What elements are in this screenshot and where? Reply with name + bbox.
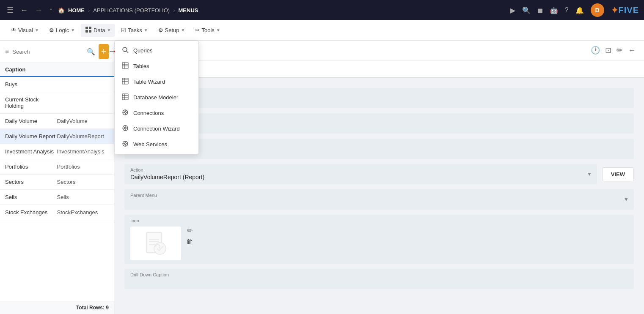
- item-caption: Current Stock Holding: [5, 96, 57, 109]
- dropdown-item-web-services[interactable]: Web Services: [115, 137, 198, 152]
- svg-point-40: [154, 243, 166, 254]
- data-label: Data: [94, 27, 105, 33]
- right-header-actions: 🕐 ⊡ ✏ ←: [591, 46, 636, 55]
- list-item[interactable]: Investment Analysis InvestmentAnalysis: [0, 144, 114, 159]
- queries-icon: [121, 46, 129, 55]
- list-item[interactable]: Buys: [0, 77, 114, 92]
- list-item-active[interactable]: Daily Volume Report DailyVolumeReport: [0, 129, 114, 144]
- list-item[interactable]: Portfolios Portfolios: [0, 159, 114, 175]
- view-button[interactable]: VIEW: [602, 167, 634, 181]
- caption-label: Caption *: [130, 91, 628, 96]
- dropdown-item-connections[interactable]: Connections: [115, 105, 198, 121]
- tools-label: Tools: [201, 27, 214, 33]
- bell-icon[interactable]: 🔔: [575, 6, 584, 14]
- dropdown-item-db-modeler[interactable]: Database Modeler: [115, 90, 198, 105]
- svg-point-19: [124, 112, 126, 113]
- tools-menu[interactable]: ✂ Tools ▼: [191, 25, 224, 36]
- avatar[interactable]: D: [591, 3, 604, 17]
- app-label[interactable]: APPLICATIONS (PORTFOLIO): [93, 7, 170, 14]
- svg-rect-3: [89, 30, 91, 33]
- setup-caret: ▼: [181, 28, 185, 33]
- logic-label: Logic: [56, 27, 69, 33]
- list-item[interactable]: Daily Volume DailyVolume: [0, 114, 114, 129]
- item-id: [57, 96, 109, 109]
- tools-caret: ▼: [216, 28, 220, 33]
- tables-label: Tables: [133, 63, 149, 69]
- bot-icon[interactable]: 🤖: [550, 6, 558, 14]
- data-caret: ▼: [107, 28, 111, 33]
- back-icon[interactable]: ←: [19, 4, 30, 16]
- list-item[interactable]: Sectors Sectors: [0, 175, 114, 190]
- setup-icon: ⚙: [158, 27, 163, 33]
- svg-rect-1: [89, 27, 91, 29]
- list-item[interactable]: Stock Exchanges StockExchanges: [0, 205, 114, 220]
- item-caption: Daily Volume Report: [5, 133, 57, 139]
- logic-caret: ▼: [71, 28, 75, 33]
- copy-icon[interactable]: ⊡: [605, 46, 611, 55]
- data-icon: [85, 26, 92, 34]
- data-menu[interactable]: Data ▼: [81, 24, 115, 37]
- dropdown-item-table-wizard[interactable]: Table Wizard: [115, 74, 198, 90]
- search-nav-icon[interactable]: 🔍: [522, 6, 531, 14]
- logic-icon: ⚙: [49, 27, 54, 33]
- item-id: Sells: [57, 194, 109, 200]
- item-id: DailyVolume: [57, 118, 109, 124]
- svg-rect-2: [85, 30, 88, 33]
- menu-order-field: Menu Order * 5: [124, 139, 634, 159]
- tasks-icon: ☑: [121, 27, 126, 33]
- search-magnifier-icon[interactable]: 🔍: [87, 48, 95, 56]
- menu-icon[interactable]: ☰: [5, 4, 15, 16]
- item-caption: Stock Exchanges: [5, 209, 57, 216]
- data-dropdown-menu: Queries Tables Table Wizard Database Mod…: [114, 41, 199, 154]
- sep2: ›: [173, 7, 175, 14]
- history-icon[interactable]: 🕐: [591, 46, 600, 55]
- parent-menu-field: Parent Menu ▼: [124, 189, 634, 210]
- svg-rect-10: [122, 78, 128, 84]
- dropdown-item-tables[interactable]: Tables: [115, 58, 198, 74]
- edit-icon[interactable]: ✏: [616, 46, 623, 55]
- action-dropdown-arrow: ▼: [587, 171, 592, 177]
- list-item[interactable]: Sells Sells: [0, 190, 114, 205]
- close-icon[interactable]: ←: [628, 46, 636, 55]
- play-icon[interactable]: ▶: [510, 6, 515, 14]
- current-label[interactable]: MENUS: [179, 7, 198, 14]
- add-button[interactable]: +: [99, 44, 109, 59]
- edit-icon-button[interactable]: ✏: [186, 227, 193, 235]
- list-item[interactable]: Current Stock Holding: [0, 92, 114, 114]
- icon-label: Icon: [130, 218, 628, 223]
- db-modeler-label: Database Modeler: [133, 94, 178, 101]
- home-label[interactable]: HOME: [68, 7, 85, 14]
- menu-id-label: Menu ID *: [130, 117, 628, 122]
- icon-display: [130, 227, 181, 260]
- connection-wizard-label: Connection Wizard: [133, 126, 180, 132]
- forward-icon[interactable]: →: [33, 4, 44, 16]
- item-caption: Daily Volume: [5, 118, 57, 124]
- help-icon[interactable]: ?: [565, 6, 569, 14]
- up-icon[interactable]: ↑: [47, 4, 55, 16]
- main-area: ≡ 🔍 + Caption Buys Current Stock Holding…: [0, 41, 644, 314]
- dropdown-item-queries[interactable]: Queries: [115, 43, 198, 58]
- svg-point-4: [123, 47, 127, 52]
- delete-icon-button[interactable]: 🗑: [186, 238, 193, 246]
- svg-point-25: [124, 127, 126, 129]
- visual-icon: 👁: [11, 27, 17, 33]
- connections-label: Connections: [133, 110, 164, 116]
- search-input[interactable]: [12, 49, 83, 55]
- item-id: Portfolios: [57, 164, 109, 170]
- parent-menu-arrow: ▼: [624, 197, 629, 202]
- breadcrumb: 🏠 HOME › APPLICATIONS (PORTFOLIO) › MENU…: [58, 7, 507, 14]
- report-icon: [143, 231, 168, 256]
- icon-field: Icon ✏: [124, 215, 634, 264]
- left-panel: ≡ 🔍 + Caption Buys Current Stock Holding…: [0, 41, 114, 314]
- toolbar: 👁 Visual ▼ ⚙ Logic ▼ Data ▼ ☑ Tasks ▼ ⚙ …: [0, 20, 644, 41]
- setup-menu[interactable]: ⚙ Setup ▼: [154, 25, 190, 36]
- logic-menu[interactable]: ⚙ Logic ▼: [45, 25, 79, 36]
- item-id: InvestmentAnalysis: [57, 148, 109, 155]
- dropdown-item-connection-wizard[interactable]: Connection Wizard: [115, 121, 198, 137]
- table-wizard-label: Table Wizard: [133, 79, 165, 85]
- stop-icon[interactable]: ◼: [537, 6, 543, 14]
- tasks-menu[interactable]: ☑ Tasks ▼: [117, 25, 152, 36]
- visual-menu[interactable]: 👁 Visual ▼: [7, 25, 43, 36]
- svg-rect-0: [85, 27, 88, 29]
- connections-icon: [121, 109, 129, 117]
